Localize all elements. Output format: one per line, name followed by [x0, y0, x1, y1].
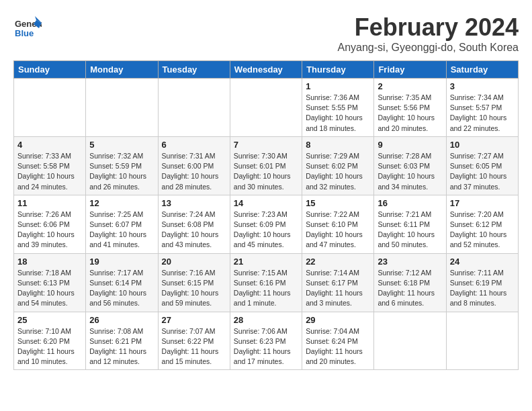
day-info: Sunrise: 7:28 AM Sunset: 6:03 PM Dayligh…	[378, 151, 442, 192]
calendar-week-row: 4Sunrise: 7:33 AM Sunset: 5:58 PM Daylig…	[14, 136, 519, 195]
calendar-cell: 15Sunrise: 7:22 AM Sunset: 6:10 PM Dayli…	[302, 195, 374, 253]
day-number: 10	[450, 140, 515, 150]
day-info: Sunrise: 7:27 AM Sunset: 6:05 PM Dayligh…	[450, 151, 515, 192]
day-info: Sunrise: 7:31 AM Sunset: 6:00 PM Dayligh…	[162, 151, 226, 192]
day-number: 2	[378, 81, 442, 91]
page-header: General Blue February 2024 Anyang-si, Gy…	[13, 13, 519, 54]
day-info: Sunrise: 7:14 AM Sunset: 6:17 PM Dayligh…	[306, 268, 370, 309]
day-number: 16	[378, 198, 442, 208]
day-number: 21	[234, 257, 298, 267]
calendar-cell: 24Sunrise: 7:11 AM Sunset: 6:19 PM Dayli…	[446, 253, 518, 312]
day-number: 14	[234, 198, 298, 208]
calendar-cell: 16Sunrise: 7:21 AM Sunset: 6:11 PM Dayli…	[374, 195, 446, 253]
calendar-cell: 22Sunrise: 7:14 AM Sunset: 6:17 PM Dayli…	[302, 253, 374, 312]
day-info: Sunrise: 7:08 AM Sunset: 6:21 PM Dayligh…	[89, 326, 154, 367]
weekday-header: Saturday	[446, 61, 518, 79]
day-info: Sunrise: 7:30 AM Sunset: 6:01 PM Dayligh…	[234, 151, 298, 192]
day-info: Sunrise: 7:11 AM Sunset: 6:19 PM Dayligh…	[450, 268, 515, 309]
calendar-cell: 23Sunrise: 7:12 AM Sunset: 6:18 PM Dayli…	[374, 253, 446, 312]
calendar-header-row: SundayMondayTuesdayWednesdayThursdayFrid…	[14, 61, 519, 79]
day-number: 12	[89, 198, 154, 208]
day-info: Sunrise: 7:04 AM Sunset: 6:24 PM Dayligh…	[306, 326, 370, 367]
day-number: 19	[89, 257, 154, 267]
calendar-cell: 26Sunrise: 7:08 AM Sunset: 6:21 PM Dayli…	[86, 312, 158, 370]
day-info: Sunrise: 7:21 AM Sunset: 6:11 PM Dayligh…	[378, 210, 442, 250]
day-info: Sunrise: 7:12 AM Sunset: 6:18 PM Dayligh…	[378, 268, 442, 309]
calendar-cell	[158, 79, 230, 137]
calendar-table: SundayMondayTuesdayWednesdayThursdayFrid…	[13, 60, 519, 370]
calendar-week-row: 18Sunrise: 7:18 AM Sunset: 6:13 PM Dayli…	[14, 253, 519, 312]
calendar-cell: 21Sunrise: 7:15 AM Sunset: 6:16 PM Dayli…	[230, 253, 302, 312]
day-info: Sunrise: 7:18 AM Sunset: 6:13 PM Dayligh…	[17, 268, 82, 309]
calendar-cell: 5Sunrise: 7:32 AM Sunset: 5:59 PM Daylig…	[86, 136, 158, 195]
day-info: Sunrise: 7:07 AM Sunset: 6:22 PM Dayligh…	[162, 326, 226, 367]
calendar-cell: 10Sunrise: 7:27 AM Sunset: 6:05 PM Dayli…	[446, 136, 518, 195]
day-number: 4	[17, 140, 82, 150]
day-number: 28	[234, 315, 298, 325]
day-number: 26	[89, 315, 154, 325]
day-info: Sunrise: 7:10 AM Sunset: 6:20 PM Dayligh…	[17, 326, 82, 367]
calendar-cell: 12Sunrise: 7:25 AM Sunset: 6:07 PM Dayli…	[86, 195, 158, 253]
title-block: February 2024 Anyang-si, Gyeonggi-do, So…	[338, 13, 519, 54]
calendar-cell: 4Sunrise: 7:33 AM Sunset: 5:58 PM Daylig…	[14, 136, 86, 195]
calendar-cell: 25Sunrise: 7:10 AM Sunset: 6:20 PM Dayli…	[14, 312, 86, 370]
logo: General Blue	[13, 13, 42, 42]
day-info: Sunrise: 7:16 AM Sunset: 6:15 PM Dayligh…	[162, 268, 226, 309]
calendar-cell: 8Sunrise: 7:29 AM Sunset: 6:02 PM Daylig…	[302, 136, 374, 195]
calendar-cell	[230, 79, 302, 137]
day-number: 27	[162, 315, 226, 325]
subtitle: Anyang-si, Gyeonggi-do, South Korea	[338, 42, 519, 54]
day-number: 3	[450, 81, 515, 91]
day-number: 6	[162, 140, 226, 150]
calendar-week-row: 11Sunrise: 7:26 AM Sunset: 6:06 PM Dayli…	[14, 195, 519, 253]
day-number: 18	[17, 257, 82, 267]
day-info: Sunrise: 7:32 AM Sunset: 5:59 PM Dayligh…	[89, 151, 154, 192]
day-info: Sunrise: 7:15 AM Sunset: 6:16 PM Dayligh…	[234, 268, 298, 309]
day-info: Sunrise: 7:23 AM Sunset: 6:09 PM Dayligh…	[234, 210, 298, 250]
day-number: 17	[450, 198, 515, 208]
day-info: Sunrise: 7:36 AM Sunset: 5:55 PM Dayligh…	[306, 93, 370, 134]
day-number: 5	[89, 140, 154, 150]
day-number: 11	[17, 198, 82, 208]
calendar-cell: 7Sunrise: 7:30 AM Sunset: 6:01 PM Daylig…	[230, 136, 302, 195]
day-number: 20	[162, 257, 226, 267]
day-info: Sunrise: 7:33 AM Sunset: 5:58 PM Dayligh…	[17, 151, 82, 192]
calendar-cell: 28Sunrise: 7:06 AM Sunset: 6:23 PM Dayli…	[230, 312, 302, 370]
calendar-cell: 18Sunrise: 7:18 AM Sunset: 6:13 PM Dayli…	[14, 253, 86, 312]
weekday-header: Thursday	[302, 61, 374, 79]
calendar-cell: 19Sunrise: 7:17 AM Sunset: 6:14 PM Dayli…	[86, 253, 158, 312]
day-number: 29	[306, 315, 370, 325]
day-info: Sunrise: 7:06 AM Sunset: 6:23 PM Dayligh…	[234, 326, 298, 367]
calendar-cell: 3Sunrise: 7:34 AM Sunset: 5:57 PM Daylig…	[446, 79, 518, 137]
weekday-header: Friday	[374, 61, 446, 79]
day-number: 9	[378, 140, 442, 150]
day-info: Sunrise: 7:29 AM Sunset: 6:02 PM Dayligh…	[306, 151, 370, 192]
day-info: Sunrise: 7:26 AM Sunset: 6:06 PM Dayligh…	[17, 210, 82, 250]
weekday-header: Monday	[86, 61, 158, 79]
day-info: Sunrise: 7:34 AM Sunset: 5:57 PM Dayligh…	[450, 93, 515, 134]
calendar-cell	[446, 312, 518, 370]
day-info: Sunrise: 7:24 AM Sunset: 6:08 PM Dayligh…	[162, 210, 226, 250]
day-info: Sunrise: 7:35 AM Sunset: 5:56 PM Dayligh…	[378, 93, 442, 134]
calendar-week-row: 1Sunrise: 7:36 AM Sunset: 5:55 PM Daylig…	[14, 79, 519, 137]
day-number: 24	[450, 257, 515, 267]
day-number: 8	[306, 140, 370, 150]
day-info: Sunrise: 7:20 AM Sunset: 6:12 PM Dayligh…	[450, 210, 515, 250]
calendar-week-row: 25Sunrise: 7:10 AM Sunset: 6:20 PM Dayli…	[14, 312, 519, 370]
calendar-cell: 1Sunrise: 7:36 AM Sunset: 5:55 PM Daylig…	[302, 79, 374, 137]
calendar-cell: 13Sunrise: 7:24 AM Sunset: 6:08 PM Dayli…	[158, 195, 230, 253]
day-number: 23	[378, 257, 442, 267]
calendar-cell: 27Sunrise: 7:07 AM Sunset: 6:22 PM Dayli…	[158, 312, 230, 370]
weekday-header: Tuesday	[158, 61, 230, 79]
day-number: 7	[234, 140, 298, 150]
day-number: 15	[306, 198, 370, 208]
calendar-cell	[374, 312, 446, 370]
day-info: Sunrise: 7:22 AM Sunset: 6:10 PM Dayligh…	[306, 210, 370, 250]
calendar-cell: 29Sunrise: 7:04 AM Sunset: 6:24 PM Dayli…	[302, 312, 374, 370]
calendar-cell: 6Sunrise: 7:31 AM Sunset: 6:00 PM Daylig…	[158, 136, 230, 195]
calendar-cell: 20Sunrise: 7:16 AM Sunset: 6:15 PM Dayli…	[158, 253, 230, 312]
calendar-cell: 17Sunrise: 7:20 AM Sunset: 6:12 PM Dayli…	[446, 195, 518, 253]
main-title: February 2024	[338, 13, 519, 42]
calendar-cell	[14, 79, 86, 137]
calendar-cell: 11Sunrise: 7:26 AM Sunset: 6:06 PM Dayli…	[14, 195, 86, 253]
